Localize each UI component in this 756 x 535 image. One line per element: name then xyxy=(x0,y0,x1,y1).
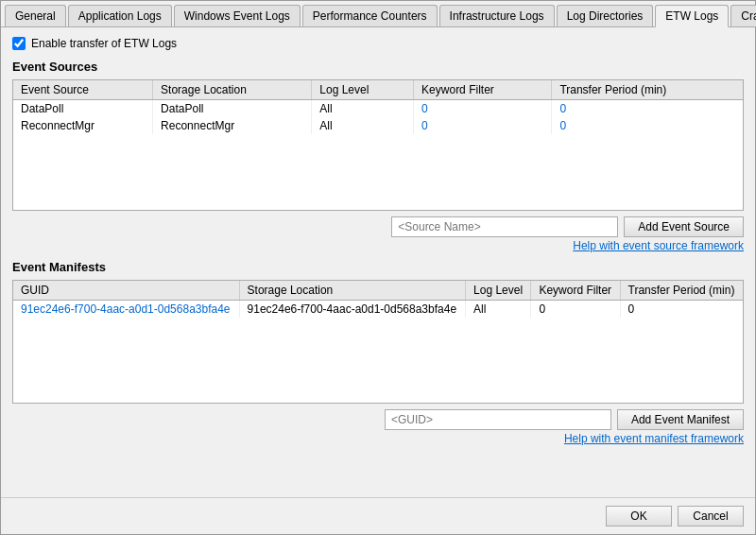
event-manifest-help-link[interactable]: Help with event manifest framework xyxy=(12,432,744,445)
cell-source: ReconnectMgr xyxy=(13,117,153,134)
table-row[interactable]: 91ec24e6-f700-4aac-a0d1-0d568a3bfa4e 91e… xyxy=(13,301,743,319)
event-sources-empty-area xyxy=(13,134,743,210)
event-source-help-link[interactable]: Help with event source framework xyxy=(12,239,744,252)
event-manifests-table-container: GUID Storage Location Log Level Keyword … xyxy=(12,280,744,404)
cell-transfer: 0 xyxy=(552,100,743,118)
event-manifests-table: GUID Storage Location Log Level Keyword … xyxy=(13,281,743,318)
bottom-bar: OK Cancel xyxy=(1,497,755,534)
cancel-button[interactable]: Cancel xyxy=(678,506,744,526)
tab-content: Enable transfer of ETW Logs Event Source… xyxy=(1,27,755,497)
event-sources-table: Event Source Storage Location Log Level … xyxy=(13,80,743,134)
event-manifests-title: Event Manifests xyxy=(12,260,744,274)
enable-etw-checkbox[interactable] xyxy=(12,37,26,50)
ok-button[interactable]: OK xyxy=(606,506,672,526)
col-manifest-storage: Storage Location xyxy=(239,281,466,301)
event-manifests-header-row: GUID Storage Location Log Level Keyword … xyxy=(13,281,743,301)
tab-etw-logs[interactable]: ETW Logs xyxy=(655,5,729,27)
col-manifest-keyword: Keyword Filter xyxy=(531,281,620,301)
event-sources-title: Event Sources xyxy=(12,60,744,74)
tabs-bar: GeneralApplication LogsWindows Event Log… xyxy=(1,1,755,27)
cell-storage: ReconnectMgr xyxy=(153,117,312,134)
cell-manifest-keyword: 0 xyxy=(531,301,620,319)
event-manifests-section: Event Manifests GUID Storage Location Lo… xyxy=(12,260,744,445)
cell-log-level: All xyxy=(312,117,414,134)
col-manifest-transfer: Transfer Period (min) xyxy=(620,281,743,301)
cell-guid: 91ec24e6-f700-4aac-a0d1-0d568a3bfa4e xyxy=(13,301,239,319)
event-manifests-input-row: Add Event Manifest xyxy=(12,409,744,430)
tab-infrastructure-logs[interactable]: Infrastructure Logs xyxy=(439,5,555,26)
col-manifest-log-level: Log Level xyxy=(466,281,531,301)
cell-log-level: All xyxy=(312,100,414,118)
source-name-input[interactable] xyxy=(391,216,618,237)
main-window: GeneralApplication LogsWindows Event Log… xyxy=(0,0,756,535)
col-guid: GUID xyxy=(13,281,239,301)
cell-manifest-log-level: All xyxy=(466,301,531,319)
col-transfer-period: Transfer Period (min) xyxy=(552,80,743,100)
add-event-source-button[interactable]: Add Event Source xyxy=(624,216,744,237)
event-sources-header-row: Event Source Storage Location Log Level … xyxy=(13,80,743,100)
cell-manifest-storage: 91ec24e6-f700-4aac-a0d1-0d568a3bfa4e xyxy=(239,301,466,319)
enable-etw-label: Enable transfer of ETW Logs xyxy=(31,37,177,50)
tab-crash-dumps[interactable]: Crash Dumps xyxy=(730,5,756,26)
enable-checkbox-row: Enable transfer of ETW Logs xyxy=(12,37,744,50)
event-sources-section: Event Sources Event Source Storage Locat… xyxy=(12,60,744,252)
tab-windows-event-logs[interactable]: Windows Event Logs xyxy=(174,5,301,26)
event-sources-table-container: Event Source Storage Location Log Level … xyxy=(12,79,744,211)
cell-transfer: 0 xyxy=(552,117,743,134)
tab-general[interactable]: General xyxy=(5,5,66,26)
table-row[interactable]: ReconnectMgr ReconnectMgr All 0 0 xyxy=(13,117,743,134)
col-log-level: Log Level xyxy=(312,80,414,100)
add-event-manifest-button[interactable]: Add Event Manifest xyxy=(617,409,744,430)
cell-source: DataPoll xyxy=(13,100,153,118)
col-event-source: Event Source xyxy=(13,80,153,100)
event-sources-input-row: Add Event Source xyxy=(12,216,744,237)
table-row[interactable]: DataPoll DataPoll All 0 0 xyxy=(13,100,743,118)
event-manifests-empty-area xyxy=(13,318,743,403)
col-storage-location: Storage Location xyxy=(153,80,312,100)
col-keyword-filter: Keyword Filter xyxy=(414,80,552,100)
guid-input[interactable] xyxy=(385,409,611,430)
cell-keyword: 0 xyxy=(414,117,552,134)
tab-application-logs[interactable]: Application Logs xyxy=(68,5,172,26)
cell-manifest-transfer: 0 xyxy=(620,301,743,319)
tab-performance-counters[interactable]: Performance Counters xyxy=(302,5,438,26)
cell-keyword: 0 xyxy=(414,100,552,118)
cell-storage: DataPoll xyxy=(153,100,312,118)
tab-log-directories[interactable]: Log Directories xyxy=(557,5,654,26)
